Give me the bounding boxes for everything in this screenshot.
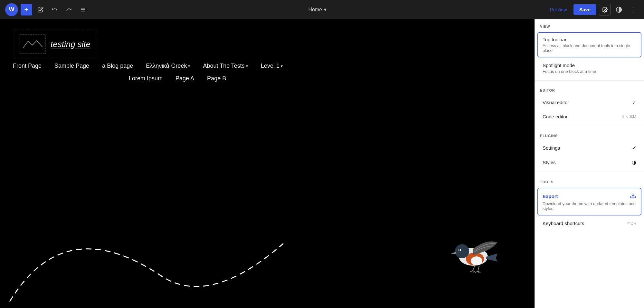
page-title-button[interactable]: Home ▾ <box>308 6 327 13</box>
tools-section-label: TOOLS <box>535 175 644 186</box>
plugins-section-label: PLUGINS <box>535 129 644 140</box>
settings-title: Settings ✓ <box>543 145 636 151</box>
spotlight-mode-title: Spotlight mode <box>543 63 636 68</box>
settings-item[interactable]: Settings ✓ <box>537 141 641 155</box>
chevron-greek-icon: ▾ <box>188 64 190 68</box>
nav-item-page-b[interactable]: Page B <box>207 75 226 82</box>
undo-button[interactable] <box>49 4 61 15</box>
contrast-button[interactable] <box>613 4 625 15</box>
chevron-down-icon: ▾ <box>324 6 327 13</box>
styles-item[interactable]: Styles ◑ <box>537 155 641 169</box>
divider-1 <box>535 80 644 81</box>
spotlight-mode-item[interactable]: Spotlight mode Focus on one block at a t… <box>537 59 641 78</box>
visual-editor-title: Visual editor ✓ <box>543 99 636 105</box>
save-button[interactable]: Save <box>573 4 596 15</box>
top-bar: W + Home ▾ Preview Save <box>0 0 644 19</box>
nav-item-greek[interactable]: Ελληνικά-Greek ▾ <box>146 63 190 69</box>
svg-line-16 <box>478 266 479 271</box>
half-circle-icon: ◑ <box>632 159 636 165</box>
page-title-area: Home ▾ <box>91 6 544 13</box>
dashed-curve-decoration <box>0 179 290 308</box>
download-icon <box>630 192 636 200</box>
preview-button[interactable]: Preview <box>546 5 571 14</box>
nav-item-level1[interactable]: Level 1 ▾ <box>261 63 283 69</box>
nav-item-sample-page[interactable]: Sample Page <box>54 63 89 69</box>
export-item[interactable]: Export Download your theme with updated … <box>537 188 641 215</box>
svg-point-9 <box>455 244 469 258</box>
settings-gear-button[interactable] <box>599 4 611 15</box>
keyboard-shortcuts-item[interactable]: Keyboard shortcuts ^⌥H <box>537 217 641 230</box>
divider-3 <box>535 172 644 172</box>
export-title: Export <box>543 192 636 200</box>
site-header-block: testing site <box>13 29 522 59</box>
top-toolbar-desc: Access all block and document tools in a… <box>543 43 636 53</box>
list-view-button[interactable] <box>77 4 89 15</box>
sub-navigation: Lorem Ipsum Page A Page B <box>0 73 535 84</box>
site-title: testing site <box>51 39 90 49</box>
styles-title: Styles ◑ <box>543 159 636 165</box>
canvas: testing site Front Page Sample Page a Bl… <box>0 19 535 308</box>
svg-point-11 <box>459 249 460 251</box>
right-panel: VIEW Top toolbar Access all block and do… <box>535 19 644 308</box>
more-options-button[interactable]: ⋮ <box>627 4 639 15</box>
site-logo <box>20 35 45 54</box>
chevron-level1-icon: ▾ <box>281 64 283 68</box>
code-editor-shortcut: ⇧⌥⌘M <box>621 114 636 119</box>
code-editor-item[interactable]: Code editor ⇧⌥⌘M <box>537 110 641 123</box>
svg-line-17 <box>475 271 478 273</box>
site-navigation: Front Page Sample Page a Blog page Ελλην… <box>0 59 535 73</box>
nav-item-blog[interactable]: a Blog page <box>102 63 133 69</box>
bird-svg <box>444 233 502 274</box>
spotlight-mode-desc: Focus on one block at a time <box>543 69 636 74</box>
top-toolbar-item[interactable]: Top toolbar Access all block and documen… <box>537 32 641 57</box>
settings-check: ✓ <box>632 145 636 151</box>
page-title-text: Home <box>308 7 322 13</box>
visual-editor-check: ✓ <box>632 99 636 105</box>
edit-tool-button[interactable] <box>35 4 46 15</box>
keyboard-shortcuts-title: Keyboard shortcuts ^⌥H <box>543 221 636 226</box>
chevron-tests-icon: ▾ <box>246 64 248 68</box>
svg-line-13 <box>470 271 473 272</box>
nav-item-about-tests[interactable]: About The Tests ▾ <box>203 63 248 69</box>
view-section-label: VIEW <box>535 19 644 31</box>
main-area: testing site Front Page Sample Page a Bl… <box>0 19 644 308</box>
nav-item-page-a[interactable]: Page A <box>175 75 194 82</box>
nav-item-front-page[interactable]: Front Page <box>13 63 42 69</box>
bird-image <box>444 233 502 276</box>
editor-section-label: EDITOR <box>535 83 644 95</box>
wp-logo[interactable]: W <box>5 3 18 16</box>
svg-point-3 <box>604 9 606 10</box>
nav-item-lorem[interactable]: Lorem Ipsum <box>129 75 163 82</box>
svg-rect-5 <box>20 35 46 54</box>
svg-point-8 <box>471 256 482 265</box>
code-editor-title: Code editor ⇧⌥⌘M <box>543 114 636 119</box>
divider-2 <box>535 126 644 126</box>
redo-button[interactable] <box>63 4 75 15</box>
visual-editor-item[interactable]: Visual editor ✓ <box>537 95 641 109</box>
top-bar-right-actions: Preview Save ⋮ <box>546 4 639 15</box>
svg-line-12 <box>473 265 475 271</box>
top-toolbar-title: Top toolbar <box>543 37 636 42</box>
add-block-button[interactable]: + <box>21 4 32 15</box>
keyboard-shortcuts-shortcut: ^⌥H <box>627 221 636 226</box>
export-desc: Download your theme with updated templat… <box>543 201 636 211</box>
